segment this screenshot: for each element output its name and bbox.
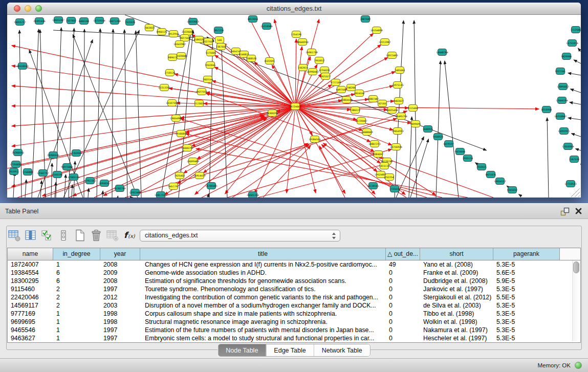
table-cell[interactable]: 2009 (100, 269, 140, 277)
graph-edge[interactable] (197, 106, 295, 159)
column-header-short[interactable]: short (420, 248, 493, 260)
column-header-year[interactable]: year (100, 248, 140, 260)
graph-edge[interactable] (580, 164, 581, 164)
graph-edge[interactable] (102, 191, 103, 198)
select-all-checkboxes-icon[interactable] (40, 228, 54, 243)
table-cell[interactable]: 18300295 (8, 277, 53, 285)
network-graph[interactable]: 2405571720391436106552871527602646616010… (7, 15, 581, 198)
memory-status-indicator[interactable] (575, 362, 582, 369)
graph-edge[interactable] (12, 86, 295, 106)
table-cell[interactable]: 2008 (100, 277, 140, 285)
table-cell[interactable]: 0 (386, 334, 420, 342)
table-cell[interactable]: Investigating the contribution of common… (140, 293, 386, 301)
table-cell[interactable]: 49 (386, 260, 420, 269)
table-cell[interactable]: 5.3E-5 (493, 318, 560, 326)
table-cell[interactable]: Wolkin et al. (1998) (420, 318, 493, 326)
table-cell[interactable]: 14569117 (8, 301, 53, 310)
graph-edge[interactable] (12, 106, 295, 106)
table-row[interactable]: 911546021997Tourette syndrome. Phenomeno… (8, 285, 580, 293)
table-cell[interactable]: 9777169 (8, 310, 53, 318)
table-row[interactable]: 946554611997Estimation of the future num… (8, 326, 580, 334)
table-cell[interactable]: Corpus callosum shape and size in male p… (140, 310, 386, 318)
table-cell[interactable]: 0 (386, 326, 420, 334)
graph-edge[interactable] (118, 196, 118, 198)
table-cell[interactable]: 0 (386, 269, 420, 277)
table-cell[interactable]: 5.5E-5 (493, 293, 560, 301)
table-cell[interactable]: 2003 (100, 301, 140, 310)
table-cell[interactable]: 5.3E-5 (493, 334, 560, 342)
tab-edge-table[interactable]: Edge Table (266, 344, 313, 356)
column-header-indegree[interactable]: in_degree (53, 248, 100, 260)
table-row[interactable]: 1830029562008Estimation of significance … (8, 277, 580, 285)
table-cell[interactable]: 5.3E-5 (493, 285, 560, 293)
table-cell[interactable]: 5.3E-5 (493, 310, 560, 318)
table-cell[interactable]: 0 (386, 310, 420, 318)
graph-edge[interactable] (571, 89, 581, 93)
table-cell[interactable]: 1997 (100, 326, 140, 334)
table-cell[interactable]: de Silva et al. (2003) (420, 301, 493, 310)
table-cell[interactable]: 6 (53, 277, 100, 285)
rows-icon[interactable] (56, 228, 71, 243)
table-cell[interactable]: Disruption of a novel member of a sodium… (140, 301, 386, 310)
graph-edge[interactable] (295, 39, 296, 106)
table-cell[interactable]: 9115460 (8, 285, 53, 293)
graph-edge[interactable] (134, 106, 295, 195)
table-row[interactable]: 969969511998Structural magnetic resonanc… (8, 318, 580, 326)
table-cell[interactable]: Franke et al. (2009) (420, 269, 493, 277)
graph-edge[interactable] (574, 60, 581, 63)
table-cell[interactable]: 9465546 (8, 326, 53, 334)
network-window-titlebar[interactable]: citations_edges.txt (7, 3, 581, 15)
table-cell[interactable]: 0 (386, 301, 420, 310)
trash-icon[interactable] (89, 228, 103, 243)
table-cell[interactable]: Estimation of significance thresholds fo… (140, 277, 386, 285)
table-cell[interactable]: 5.3E-5 (493, 301, 560, 310)
table-cell[interactable]: 6 (53, 269, 100, 277)
table-cell[interactable]: 1 (53, 310, 100, 318)
tab-node-table[interactable]: Node Table (218, 344, 266, 356)
scrollbar-thumb[interactable] (573, 261, 579, 273)
table-cell[interactable]: 9699695 (8, 318, 53, 326)
column-header-pagerank[interactable]: pagerank (493, 248, 560, 260)
table-cell[interactable]: 1 (53, 318, 100, 326)
graph-edge[interactable] (258, 164, 384, 198)
graph-edge[interactable] (19, 30, 21, 198)
table-cell[interactable]: 1997 (100, 334, 140, 342)
table-cell[interactable]: 0 (386, 293, 420, 301)
table-cell[interactable]: Tibbo et al. (1998) (420, 310, 493, 318)
table-cell[interactable]: 1998 (100, 318, 140, 326)
canvas-resize-grip[interactable] (571, 188, 580, 197)
table-cell[interactable]: 5.3E-5 (493, 326, 560, 334)
table-cell[interactable]: 1997 (100, 285, 140, 293)
graph-edge[interactable] (445, 61, 459, 198)
table-cell[interactable]: Stergiakouli et al. (2012) (420, 293, 493, 301)
table-cell[interactable]: 1998 (100, 310, 140, 318)
graph-edge[interactable] (570, 102, 581, 104)
table-cell[interactable]: Dudbridge et al. (2008) (420, 277, 493, 285)
table-cell[interactable]: Tourette syndrome. Phenomenology and cla… (140, 285, 386, 293)
float-panel-icon[interactable] (560, 207, 570, 216)
graph-edge[interactable] (436, 61, 441, 198)
table-cell[interactable]: 5.9E-5 (493, 277, 560, 285)
column-chooser-icon[interactable] (24, 228, 38, 243)
graph-edge[interactable] (215, 55, 295, 106)
graph-edge[interactable] (73, 34, 138, 198)
graph-edge[interactable] (321, 144, 376, 198)
network-canvas[interactable]: 2405571720391436106552871527602646616010… (7, 15, 581, 198)
table-cell[interactable]: 1 (53, 260, 100, 269)
table-cell[interactable]: Estimation of the future numbers of pati… (140, 326, 386, 334)
graph-edge[interactable] (572, 134, 581, 137)
graph-edge[interactable] (196, 149, 468, 198)
graph-edge[interactable] (578, 48, 581, 52)
table-cell[interactable]: 0 (386, 277, 420, 285)
table-row[interactable]: 1938455462009Genome-wide association stu… (8, 269, 580, 277)
table-vertical-scrollbar[interactable] (572, 260, 579, 341)
graph-edge[interactable] (136, 31, 141, 198)
graph-edge[interactable] (43, 117, 266, 198)
table-cell[interactable]: Yano et al. (2008) (420, 260, 493, 269)
graph-edge[interactable] (72, 185, 72, 198)
column-header-title[interactable]: title (140, 248, 386, 260)
graph-edge[interactable] (227, 149, 391, 198)
table-row[interactable]: 1456911722003Disruption of a novel membe… (8, 301, 580, 310)
table-cell[interactable]: 2012 (100, 293, 140, 301)
graph-edge[interactable] (576, 149, 581, 150)
